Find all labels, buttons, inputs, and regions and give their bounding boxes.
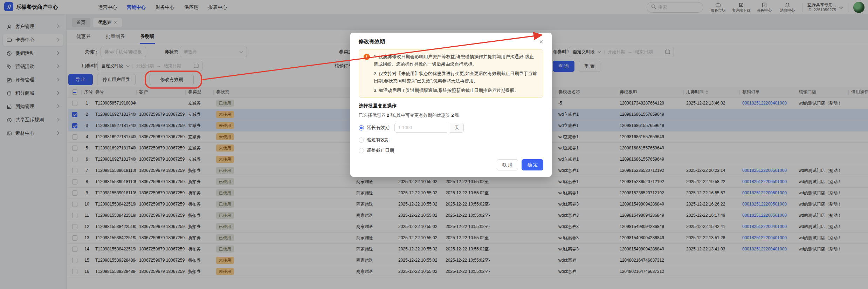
radio-icon[interactable]	[359, 148, 364, 153]
modal-section-title: 选择批量变更操作	[359, 103, 543, 109]
warning-item-2: 3. 如活动启用了券过期提醒通知,系统按照新的截止日期推送券过期提醒。	[374, 87, 538, 94]
warning-item-1: 2. 仅支持对【未使用】状态的优惠券进行变更,如变更后的有效期截止日期早于当前日…	[374, 70, 538, 85]
confirm-button[interactable]: 确 定	[522, 159, 543, 170]
extend-days-input[interactable]	[394, 123, 447, 133]
screen: 乐檬餐饮商户中心 运营中心营销中心财务中心供应链报表中心 服务市场 客户端下载 …	[0, 0, 868, 289]
selection-summary: 已选择优惠券 2 张,其中可变更有效期的优惠券 2 张	[359, 113, 543, 119]
radio-icon[interactable]	[359, 137, 364, 143]
warning-icon: !	[364, 54, 370, 60]
days-unit-addon: 天	[450, 123, 464, 133]
option-2[interactable]: 调整截止日期	[359, 147, 543, 154]
change-options: 延长有效期 天 缩短有效期 调整截止日期	[359, 123, 543, 154]
warning-item-0: 1. 优惠券修改日期会影响用户资产等权益,请您谨慎操作并提前与用户沟通好,防止造…	[374, 53, 538, 68]
cancel-button[interactable]: 取 消	[497, 159, 518, 170]
changeable-count: 2	[452, 113, 454, 118]
close-icon[interactable]: ×	[539, 39, 543, 45]
modify-validity-modal: 修改有效期 × ! 1. 优惠券修改日期会影响用户资产等权益,请您谨慎操作并提前…	[350, 33, 552, 177]
option-0[interactable]: 延长有效期 天	[359, 123, 543, 133]
warning-box: ! 1. 优惠券修改日期会影响用户资产等权益,请您谨慎操作并提前与用户沟通好,防…	[359, 49, 543, 98]
radio-icon[interactable]	[359, 125, 364, 130]
modal-title: 修改有效期	[359, 38, 385, 45]
option-1[interactable]: 缩短有效期	[359, 137, 543, 143]
